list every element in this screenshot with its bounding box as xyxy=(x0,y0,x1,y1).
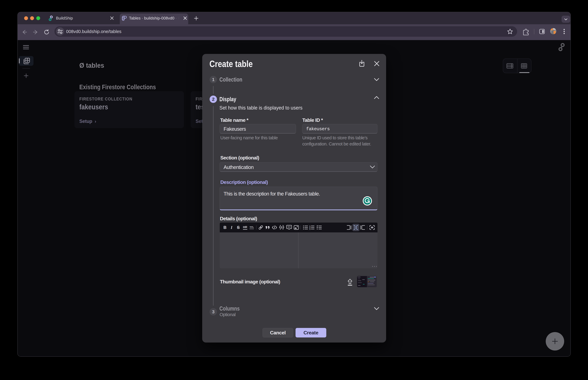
svg-text:3: 3 xyxy=(309,228,310,230)
